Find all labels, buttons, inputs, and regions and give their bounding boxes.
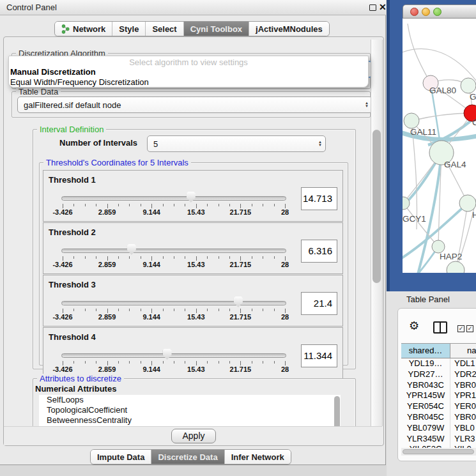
table-row[interactable]: YPR145WYPR1 [401, 390, 476, 401]
split-view-icon[interactable] [433, 321, 447, 334]
threshold-label: Threshold 2 [49, 227, 96, 237]
slider-thumb[interactable] [127, 244, 136, 255]
network-window-titlebar[interactable] [403, 4, 476, 19]
cell-shared-name: YBR045C [401, 412, 450, 423]
column-header-shared-name[interactable]: shared… [401, 344, 450, 358]
gear-icon[interactable]: ⚙ [409, 319, 419, 333]
cell-name: YPR1 [450, 390, 476, 401]
threshold-value-field[interactable]: 14.713 [301, 187, 337, 210]
slider-tick [240, 256, 241, 261]
tab-label: Infer Network [231, 452, 284, 462]
threshold-value-field[interactable]: 21.4 [301, 292, 337, 315]
screenshot-root: Control Panel ✕ Network Style Select [0, 0, 476, 476]
slider-tick [285, 204, 286, 208]
slider-thumb[interactable] [234, 296, 243, 307]
attributes-list-scrollbar[interactable] [334, 396, 340, 426]
slider-tick [73, 309, 74, 311]
combo-spinner-icon: ▲▼ [315, 141, 325, 147]
attribute-list-item[interactable]: SelfLoops [39, 395, 341, 405]
tab-impute-data[interactable]: Impute Data [91, 450, 151, 464]
node-label: GCY1 [403, 214, 426, 224]
slider-scale-label: 28 [269, 313, 301, 321]
attribute-list-item[interactable]: BetweennessCentrality [39, 415, 341, 426]
slider-tick [252, 361, 252, 364]
settings-scrollbar-thumb[interactable] [372, 130, 381, 283]
slider-scale-label: 15.43 [180, 313, 212, 321]
slider-scale-label: 28 [269, 208, 301, 216]
zoom-traffic-light-icon[interactable] [433, 8, 441, 16]
table-row[interactable]: YLR345WYLR3 [401, 434, 476, 445]
tab-infer-network[interactable]: Infer Network [225, 450, 291, 464]
table-row[interactable]: YBR045CYBR0 [401, 412, 476, 423]
table-row[interactable]: YDL19…YDL1 [401, 358, 476, 369]
GAL11-node[interactable] [404, 113, 419, 128]
numerical-attributes-list[interactable]: SelfLoopsTopologicalCoefficientBetweenne… [39, 395, 341, 426]
slider-tick [229, 361, 230, 364]
tab-network[interactable]: Network [55, 22, 112, 36]
node[interactable] [461, 78, 476, 93]
slider-track[interactable] [61, 301, 286, 305]
node-label: GAL11 [410, 127, 436, 137]
table-row[interactable]: YER054CYER0 [401, 401, 476, 412]
slider-scale-label: 15.43 [180, 208, 212, 216]
number-of-intervals-combo[interactable]: 5 ▲▼ [147, 135, 326, 152]
checkbox-icon[interactable]: ✓ [457, 325, 464, 332]
close-icon[interactable]: ✕ [379, 2, 387, 12]
slider-tick [118, 256, 119, 259]
threshold-value-field[interactable]: 11.344 [301, 344, 337, 367]
table-row[interactable]: YBR043CYBR0 [401, 380, 476, 391]
window-title: Control Panel [6, 3, 57, 12]
cell-shared-name: YDR27… [401, 369, 450, 380]
table-row[interactable]: YBL079WYBL0 [401, 423, 476, 434]
threshold-value-field[interactable]: 6.316 [301, 240, 337, 263]
node[interactable] [459, 195, 476, 211]
attribute-list-item[interactable]: TopologicalCoefficient [39, 405, 341, 415]
slider-tick [85, 309, 86, 311]
slider-thumb[interactable] [187, 192, 196, 203]
slider-track[interactable] [61, 196, 286, 201]
popup-item-equal-width-frequency[interactable]: Equal Width/Frequency Discretization [10, 77, 149, 87]
float-window-icon[interactable] [369, 4, 376, 11]
slider-track[interactable] [61, 249, 286, 253]
slider-tick [207, 309, 208, 311]
slider-tick [263, 309, 263, 311]
tab-jactivemnodules[interactable]: jActiveMNodules [249, 22, 329, 36]
table-row[interactable]: YDR27…YDR2 [401, 369, 476, 380]
number-of-intervals-label: Number of Intervals [59, 138, 137, 148]
slider-tick [151, 204, 152, 208]
cell-shared-name: YPR145W [401, 390, 450, 401]
slider-tick [96, 204, 96, 206]
table-hscrollbar-thumb[interactable] [403, 449, 474, 454]
tab-label: Cyni Toolbox [190, 24, 242, 34]
slider-tick [163, 256, 164, 259]
table-data-combo[interactable]: galFiltered.sif default node ▲▼ [17, 96, 372, 113]
slider-scale-label: 28 [269, 261, 301, 268]
checkbox-icon[interactable]: ✓ [466, 325, 473, 332]
tab-cyni-toolbox[interactable]: Cyni Toolbox [184, 22, 249, 36]
node[interactable] [447, 261, 464, 273]
network-edge[interactable] [411, 113, 472, 121]
column-header-name[interactable]: na [450, 344, 476, 358]
tab-label: Network [73, 24, 105, 34]
apply-button[interactable]: Apply [171, 429, 216, 443]
close-traffic-light-icon[interactable] [410, 8, 418, 16]
network-canvas[interactable]: GAL80GACGAL11GAL4GCY1HHAP2 [403, 19, 476, 273]
HAP2-node[interactable] [432, 240, 445, 253]
network-edge[interactable] [408, 24, 431, 83]
slider-thumb[interactable] [163, 349, 172, 360]
threshold-panel: Threshold 2-3.4262.8599.14415.4321.71528… [43, 222, 343, 274]
tab-select[interactable]: Select [146, 22, 183, 36]
slider-tick [229, 309, 230, 311]
control-panel-titlebar: Control Panel ✕ [0, 0, 386, 15]
slider-tick [196, 256, 197, 261]
minimize-traffic-light-icon[interactable] [422, 8, 430, 16]
tab-discretize-data[interactable]: Discretize Data [151, 450, 224, 464]
popup-item-manual-discretization[interactable]: Manual Discretization [10, 67, 96, 77]
cell-name: YLR3 [450, 434, 476, 445]
slider-track[interactable] [61, 353, 286, 358]
slider-tick [274, 309, 275, 311]
slider-tick [129, 309, 130, 311]
desktop-edge [387, 0, 390, 291]
tab-style[interactable]: Style [112, 22, 146, 36]
slider-tick [229, 256, 230, 259]
